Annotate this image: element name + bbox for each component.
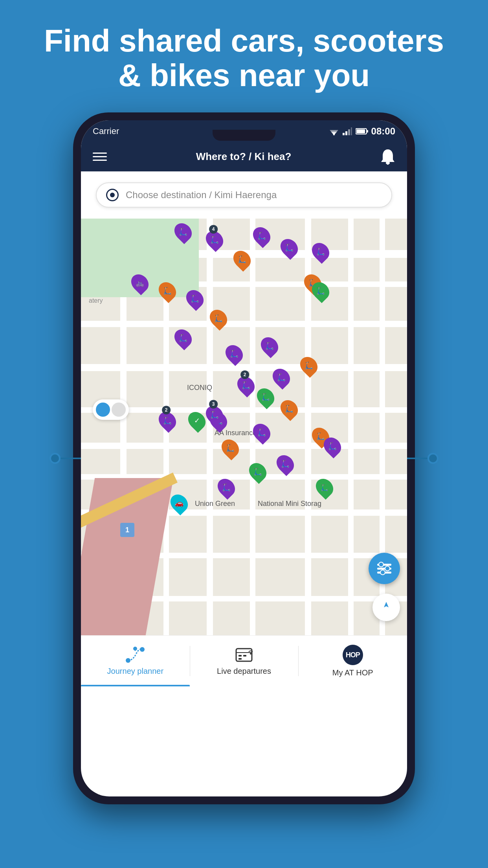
timeline-dot-right [427,453,438,464]
menu-button[interactable] [93,153,107,161]
carrier-text: Carrier [93,126,119,136]
departures-icon [234,646,254,664]
tab-journey-planner[interactable]: Journey planner [81,636,190,686]
my-at-hop-label: My AT HOP [332,668,373,677]
location-button[interactable] [372,594,400,621]
search-bar[interactable]: Choose destination / Kimi Haerenga [96,182,392,208]
pin-green-check[interactable]: ✓ [189,411,205,430]
pin-purple-12[interactable]: 🛴 [325,437,340,456]
pin-purple-16[interactable]: 🛴 [262,337,277,355]
hop-badge: HOP [343,645,363,665]
filter-button[interactable] [369,553,400,584]
pin-purple-14[interactable]: 🛴 [277,454,293,473]
pin-orange-1[interactable]: 🛴 [234,250,250,269]
svg-rect-28 [243,655,246,657]
svg-rect-5 [345,131,347,135]
bell-icon[interactable] [380,149,395,165]
svg-rect-6 [348,129,350,135]
pin-orange-7[interactable]: 🛴 [222,439,238,458]
pin-bike-1[interactable]: 🚲 [132,274,148,292]
svg-rect-29 [238,658,242,660]
hero-title: Find shared cars, scooters & bikes near … [0,0,488,108]
map-area[interactable]: ICONIQ AA Insurance Union Green National… [81,219,407,635]
pin-purple-3[interactable]: 🛴 [254,226,270,245]
svg-rect-10 [356,129,365,133]
pin-green-2[interactable]: 🛴 [258,388,273,406]
battery-icon [356,128,368,135]
search-placeholder: Choose destination / Kimi Haerenga [126,189,277,200]
signal-icon [342,127,352,135]
pins-layer: 🛴 🛴 4 🛴 🛴 [81,219,407,635]
pin-purple-15[interactable]: 🛴 [218,478,234,497]
pin-purple-11[interactable]: 🛴 2 [160,411,175,430]
timeline-dot-left [50,453,61,464]
tab-live-departures[interactable]: Live departures [190,636,299,686]
pin-purple-4[interactable]: 🛴 [281,238,297,257]
phone-screen: Carrier [81,120,407,796]
pin-green-3[interactable]: 🛴 [250,462,266,481]
svg-point-19 [385,566,389,570]
tab-my-at-hop[interactable]: HOP My AT HOP [298,636,407,686]
phone-notch [213,130,275,141]
svg-rect-9 [367,130,368,132]
svg-point-21 [381,570,385,574]
wifi-icon [329,127,339,135]
pin-purple-2[interactable]: 🛴 4 [207,230,222,249]
status-right: 08:00 [329,126,395,137]
search-icon [106,189,119,201]
pin-purple-badge3[interactable]: 🛴 3 [207,405,222,424]
pin-purple-5[interactable]: 🛴 [313,242,328,261]
bottom-nav: Journey planner Live departures [81,635,407,686]
pin-purple-8[interactable]: 🛴 [226,344,242,363]
pin-purple-7[interactable]: 🛴 [175,329,191,348]
svg-rect-4 [343,133,345,135]
nav-title: Where to? / Ki hea? [196,151,292,163]
live-departures-label: Live departures [217,667,271,676]
location-icon [379,600,393,614]
pin-green-1[interactable]: 🛴 [313,281,328,300]
status-time: 08:00 [371,126,395,137]
journey-icon [125,646,145,664]
svg-point-30 [250,653,251,655]
filter-icon [376,561,393,576]
nav-bar: Where to? / Ki hea? [81,142,407,171]
pin-orange-4[interactable]: 🛴 [301,356,317,375]
pin-purple-1[interactable]: 🛴 [175,223,191,241]
pin-orange-5[interactable]: 🛴 [281,399,297,418]
pin-orange-3[interactable]: 🛴 [211,309,226,328]
svg-rect-27 [238,655,242,657]
pin-teal-car[interactable]: 🚗 [171,494,187,513]
svg-rect-7 [351,127,352,135]
svg-point-12 [387,162,389,165]
pin-purple-17[interactable]: 🛴 [254,423,270,442]
journey-planner-label: Journey planner [107,667,163,676]
pin-purple-9[interactable]: 🛴 2 [238,376,254,395]
pin-purple-6[interactable]: 🛴 [187,289,203,308]
phone-frame: Carrier [73,112,415,804]
pin-purple-13[interactable]: 🛴 [273,368,289,387]
pin-orange-2[interactable]: 🛴 [160,281,175,300]
pin-green-4[interactable]: 🛴 [317,478,332,497]
svg-point-17 [379,563,383,566]
